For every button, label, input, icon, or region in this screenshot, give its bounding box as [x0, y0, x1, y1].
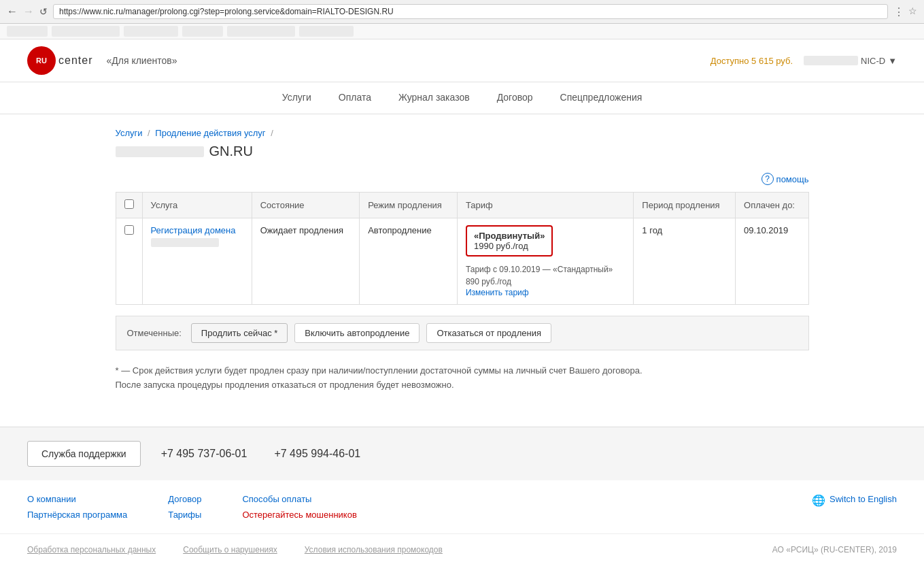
- browser-forward-icon[interactable]: →: [23, 5, 34, 18]
- phone-numbers: +7 495 737-06-01 +7 495 994-46-01: [161, 448, 361, 460]
- tariff-box: «Продвинутый» 1990 руб./год: [466, 225, 553, 257]
- footer-fraud-link[interactable]: Остерегайтесь мошенников: [242, 510, 356, 520]
- nav-services[interactable]: Услуги: [269, 82, 325, 114]
- logo-area: RU center «Для клиентов»: [27, 46, 177, 75]
- tariff-future-label: Тариф с 09.10.2019 — «Стандартный»: [466, 265, 625, 274]
- footer-links: О компании Партнёрская программа Договор…: [0, 480, 924, 534]
- table-header-row: Услуга Состояние Режим продления Тариф П…: [116, 193, 808, 218]
- footer-bottom: Обработка персональных данных Сообщить о…: [0, 534, 924, 565]
- for-clients-button[interactable]: «Для клиентов»: [106, 55, 177, 66]
- action-bar-label: Отмеченные:: [127, 328, 182, 338]
- page-title-area: GN.RU: [116, 144, 809, 159]
- nav-orders[interactable]: Журнал заказов: [385, 82, 483, 114]
- bookmark-1: [7, 26, 48, 37]
- chevron-down-icon: ▼: [888, 56, 897, 66]
- breadcrumb-services[interactable]: Услуги: [116, 128, 143, 138]
- logo-circle: RU: [27, 46, 56, 75]
- browser-bar: ← → ↺ ⋮ ☆: [0, 0, 924, 24]
- help-label: помощь: [776, 174, 809, 184]
- row-checkbox[interactable]: [124, 225, 134, 235]
- help-row: ? помощь: [116, 173, 809, 185]
- main-nav: Услуги Оплата Журнал заказов Договор Спе…: [0, 82, 924, 114]
- row-renewal-mode-cell: Автопродление: [360, 218, 458, 305]
- footer-report-link[interactable]: Сообщить о нарушениях: [183, 545, 277, 555]
- logo-ru-text: RU: [36, 56, 47, 65]
- breadcrumb: Услуги / Продление действия услуг /: [116, 128, 809, 138]
- footer-partner-link[interactable]: Партнёрская программа: [27, 510, 127, 520]
- browser-reload-icon[interactable]: ↺: [39, 6, 48, 17]
- page-content: Услуги / Продление действия услуг / GN.R…: [88, 114, 836, 427]
- action-bar: Отмеченные: Продлить сейчас * Включить а…: [116, 316, 809, 350]
- enable-auto-renew-button[interactable]: Включить автопродление: [294, 323, 420, 343]
- header-right: Доступно 5 615 руб. NIC-D ▼: [711, 56, 897, 66]
- bookmark-3: [124, 26, 178, 37]
- browser-url-bar[interactable]: [53, 4, 888, 19]
- help-question-icon: ?: [762, 173, 774, 185]
- service-name-link[interactable]: Регистрация домена: [151, 225, 236, 235]
- globe-icon: 🌐: [812, 494, 825, 507]
- help-link[interactable]: ? помощь: [762, 173, 809, 185]
- site-header: RU center «Для клиентов» Доступно 5 615 …: [0, 39, 924, 82]
- bookmark-4: [182, 26, 223, 37]
- bookmarks-bar: [0, 24, 924, 39]
- logo: RU center: [27, 46, 92, 75]
- footer-right: 🌐 Switch to English: [812, 494, 897, 520]
- tariff-price: 1990 руб./год: [474, 241, 545, 251]
- browser-bookmark-icon[interactable]: ☆: [908, 5, 917, 18]
- browser-menu-icon[interactable]: ⋮: [893, 5, 904, 18]
- row-service-cell: Регистрация домена: [142, 218, 252, 305]
- user-account[interactable]: NIC-D ▼: [804, 56, 897, 66]
- footer-payment-link[interactable]: Способы оплаты: [242, 494, 356, 504]
- browser-back-icon[interactable]: ←: [7, 5, 18, 18]
- col-renewal-mode: Режим продления: [360, 193, 458, 218]
- domain-blur: [116, 146, 204, 157]
- cancel-renewal-button[interactable]: Отказаться от продления: [426, 323, 551, 343]
- col-period: Период продления: [634, 193, 736, 218]
- nav-special[interactable]: Спецпредложения: [547, 82, 656, 114]
- row-status-cell: Ожидает продления: [252, 218, 359, 305]
- note-line-2: После запуска процедуры продления отказа…: [116, 378, 809, 393]
- footer-col-2: Договор Тарифы: [168, 494, 201, 520]
- renew-now-button[interactable]: Продлить сейчас *: [191, 323, 288, 343]
- footer-promo-link[interactable]: Условия использования промокодов: [305, 545, 443, 555]
- services-table: Услуга Состояние Режим продления Тариф П…: [116, 192, 809, 305]
- nav-contract[interactable]: Договор: [483, 82, 547, 114]
- logo-text: center: [58, 54, 92, 67]
- page-title: GN.RU: [209, 144, 253, 159]
- bookmark-5: [227, 26, 295, 37]
- breadcrumb-sep-1: /: [148, 128, 152, 138]
- row-period-cell: 1 год: [634, 218, 736, 305]
- note-text: * — Срок действия услуги будет продлен с…: [116, 364, 809, 393]
- row-checkbox-cell: [116, 218, 142, 305]
- bookmark-2: [52, 26, 120, 37]
- support-button[interactable]: Служба поддержки: [27, 441, 141, 467]
- col-service: Услуга: [142, 193, 252, 218]
- footer-legal-links: Обработка персональных данных Сообщить о…: [27, 545, 443, 555]
- footer-tariffs-link[interactable]: Тарифы: [168, 510, 201, 520]
- breadcrumb-sep-2: /: [271, 128, 273, 138]
- change-tariff-link[interactable]: Изменить тариф: [466, 288, 625, 297]
- note-line-1: * — Срок действия услуги будет продлен с…: [116, 364, 809, 378]
- footer-personal-data-link[interactable]: Обработка персональных данных: [27, 545, 156, 555]
- row-paid-until-cell: 09.10.2019: [736, 218, 808, 305]
- select-all-checkbox[interactable]: [124, 199, 134, 209]
- footer-contract-link[interactable]: Договор: [168, 494, 201, 504]
- browser-icons: ⋮ ☆: [893, 5, 917, 18]
- footer-about-link[interactable]: О компании: [27, 494, 127, 504]
- user-label: NIC-D: [861, 56, 885, 66]
- footer-col-1: О компании Партнёрская программа: [27, 494, 127, 520]
- bookmark-6: [299, 26, 354, 37]
- row-tariff-cell: «Продвинутый» 1990 руб./год Тариф с 09.1…: [457, 218, 633, 305]
- table-row: Регистрация домена Ожидает продления Авт…: [116, 218, 808, 305]
- nav-payment[interactable]: Оплата: [325, 82, 385, 114]
- phone-1: +7 495 737-06-01: [161, 448, 247, 460]
- switch-language-link[interactable]: Switch to English: [829, 494, 897, 504]
- col-paid-until: Оплачен до:: [736, 193, 808, 218]
- breadcrumb-renew[interactable]: Продление действия услуг: [155, 128, 265, 138]
- footer-top: Служба поддержки +7 495 737-06-01 +7 495…: [0, 427, 924, 480]
- balance-display: Доступно 5 615 руб.: [711, 56, 793, 66]
- phone-2: +7 495 994-46-01: [274, 448, 360, 460]
- col-tariff: Тариф: [457, 193, 633, 218]
- col-status: Состояние: [252, 193, 359, 218]
- user-block-blur: [804, 56, 858, 65]
